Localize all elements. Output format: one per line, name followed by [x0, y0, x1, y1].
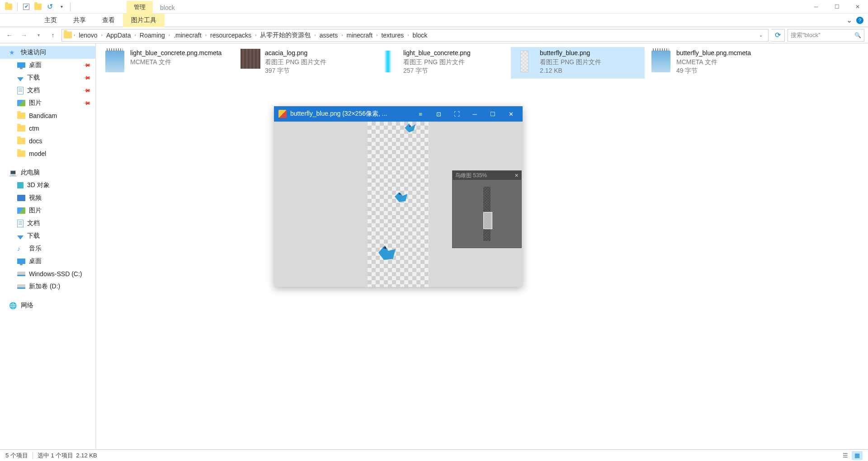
minimize-button[interactable]: ─ — [806, 0, 826, 14]
breadcrumb-item[interactable]: AppData — [104, 32, 133, 39]
folder-icon[interactable] — [33, 2, 43, 12]
chevron-right-icon[interactable]: › — [73, 33, 76, 38]
tiles-view-icon[interactable]: ▦ — [852, 451, 863, 460]
contextual-tab-area: 管理 block — [127, 0, 182, 14]
sidebar-item-drive-d[interactable]: 新加卷 (D:) — [0, 280, 95, 293]
sidebar-item-label: 网络 — [21, 301, 33, 310]
fullscreen-icon[interactable]: ⛶ — [449, 106, 464, 122]
close-icon[interactable]: ✕ — [514, 173, 519, 179]
sidebar-quick-access[interactable]: ★快速访问 — [0, 46, 95, 59]
chevron-right-icon[interactable]: › — [168, 33, 171, 38]
sidebar-item-pictures[interactable]: 图片 — [0, 204, 95, 217]
birdview-label: 鸟瞰图 535% — [455, 172, 487, 179]
chevron-right-icon[interactable]: › — [100, 33, 104, 38]
breadcrumb-item[interactable]: .minecraft — [171, 32, 204, 39]
sidebar-item-downloads[interactable]: 下载📌 — [0, 71, 95, 84]
breadcrumb[interactable]: › lenovo › AppData › Roaming › .minecraf… — [61, 29, 769, 42]
sidebar-item-documents[interactable]: 文档📌 — [0, 84, 95, 97]
chevron-right-icon[interactable]: › — [375, 33, 378, 38]
window-title: block — [153, 2, 182, 14]
divider — [17, 2, 18, 11]
chevron-right-icon[interactable]: › — [254, 33, 257, 38]
properties-checkbox-icon[interactable]: ✔ — [21, 2, 31, 12]
back-button[interactable]: ← — [4, 29, 15, 41]
sidebar-item-documents[interactable]: 文档 — [0, 217, 95, 230]
viewer-titlebar[interactable]: butterfly_blue.png (32×256像素, ... ≡ ⊡ ⛶ … — [274, 106, 523, 122]
breadcrumb-item[interactable]: minecraft — [344, 32, 376, 39]
undo-icon[interactable]: ↺ — [45, 2, 55, 12]
minimize-button[interactable]: ─ — [467, 106, 482, 122]
sidebar-network[interactable]: 🌐网络 — [0, 299, 95, 312]
ribbon-right: ⌄ ? — [846, 16, 863, 24]
viewer-canvas-area[interactable]: 鸟瞰图 535% ✕ — [274, 122, 523, 287]
breadcrumb-item[interactable]: Roaming — [137, 32, 168, 39]
breadcrumb-item[interactable]: 从零开始的资源包 — [257, 31, 313, 39]
sidebar-item-videos[interactable]: 视频 — [0, 192, 95, 204]
file-item[interactable]: light_blue_concrete.png.mcmeta MCMETA 文件 — [101, 47, 235, 79]
sidebar-item-label: 此电脑 — [21, 169, 40, 177]
file-item[interactable]: butterfly_blue.png 看图王 PNG 图片文件 2.12 KB — [511, 47, 645, 79]
birdview-title[interactable]: 鸟瞰图 535% ✕ — [453, 171, 521, 180]
file-item[interactable]: acacia_log.png 看图王 PNG 图片文件 397 字节 — [238, 47, 372, 79]
manage-tab[interactable]: 管理 — [127, 1, 153, 14]
chevron-right-icon[interactable]: › — [204, 33, 208, 38]
breadcrumb-item[interactable]: block — [410, 32, 430, 39]
birdview-panel[interactable]: 鸟瞰图 535% ✕ — [452, 170, 522, 248]
close-button[interactable]: ✕ — [504, 106, 518, 122]
chevron-right-icon[interactable]: › — [313, 33, 316, 38]
maximize-button[interactable]: ☐ — [826, 0, 847, 14]
search-icon[interactable]: 🔍 — [854, 32, 861, 38]
chevron-right-icon[interactable]: › — [406, 33, 410, 38]
window-titlebar: ✔ ↺ ▾ 管理 block ─ ☐ ✕ — [0, 0, 868, 14]
sidebar-item-label: model — [29, 150, 46, 157]
image-viewer-window[interactable]: butterfly_blue.png (32×256像素, ... ≡ ⊡ ⛶ … — [274, 106, 523, 287]
forward-button[interactable]: → — [18, 29, 30, 41]
sidebar-item-drive-c[interactable]: Windows-SSD (C:) — [0, 268, 95, 280]
sidebar-item-music[interactable]: ♪音乐 — [0, 242, 95, 255]
tab-picture-tools[interactable]: 图片工具 — [123, 14, 165, 27]
collapse-ribbon-icon[interactable]: ⌄ — [846, 16, 854, 24]
nav-sidebar: ★快速访问 桌面📌 下载📌 文档📌 图片📌 Bandicam ctm docs … — [0, 43, 96, 449]
sidebar-item-pictures[interactable]: 图片📌 — [0, 97, 95, 109]
file-type: MCMETA 文件 — [130, 58, 232, 67]
breadcrumb-item[interactable]: assets — [317, 32, 340, 39]
chevron-right-icon[interactable]: › — [340, 33, 344, 38]
sidebar-item-ctm[interactable]: ctm — [0, 122, 95, 135]
tab-view[interactable]: 查看 — [94, 14, 123, 27]
sidebar-item-model[interactable]: model — [0, 147, 95, 160]
divider — [33, 452, 33, 459]
refresh-button[interactable]: ⟳ — [771, 29, 785, 42]
file-item[interactable]: butterfly_blue.png.mcmeta MCMETA 文件 49 字… — [647, 47, 781, 79]
image-canvas[interactable] — [368, 122, 429, 287]
tab-share[interactable]: 共享 — [65, 14, 94, 27]
sidebar-item-desktop[interactable]: 桌面 — [0, 255, 95, 268]
sidebar-item-3dobjects[interactable]: 3D 对象 — [0, 179, 95, 192]
details-view-icon[interactable]: ☰ — [840, 451, 851, 460]
history-dropdown-icon[interactable]: ▾ — [33, 29, 44, 41]
sidebar-item-downloads[interactable]: 下载 — [0, 230, 95, 242]
file-item[interactable]: light_blue_concrete.png 看图王 PNG 图片文件 257… — [374, 47, 508, 79]
maximize-button[interactable]: ☐ — [486, 106, 500, 122]
breadcrumb-item[interactable]: lenovo — [76, 32, 100, 39]
address-dropdown-icon[interactable]: ⌄ — [755, 33, 766, 38]
tab-home[interactable]: 主页 — [36, 14, 65, 27]
search-input[interactable]: 搜索"block" 🔍 — [788, 29, 864, 42]
file-size: 2.12 KB — [540, 66, 642, 75]
sidebar-this-pc[interactable]: 💻此电脑 — [0, 166, 95, 179]
birdview-viewport-rect[interactable] — [483, 212, 492, 229]
sidebar-item-docs[interactable]: docs — [0, 135, 95, 147]
sidebar-item-bandicam[interactable]: Bandicam — [0, 109, 95, 122]
pin-window-icon[interactable]: ⊡ — [431, 106, 446, 122]
help-icon[interactable]: ? — [856, 17, 863, 24]
folder-icon[interactable] — [4, 2, 14, 12]
menu-icon[interactable]: ≡ — [413, 106, 428, 122]
up-button[interactable]: ↑ — [47, 29, 59, 41]
close-button[interactable]: ✕ — [847, 0, 868, 14]
sidebar-item-desktop[interactable]: 桌面📌 — [0, 59, 95, 71]
qat-dropdown-icon[interactable]: ▾ — [57, 2, 66, 12]
file-name: butterfly_blue.png — [540, 49, 642, 58]
birdview-content[interactable] — [453, 180, 521, 248]
breadcrumb-item[interactable]: textures — [378, 32, 406, 39]
chevron-right-icon[interactable]: › — [133, 33, 137, 38]
breadcrumb-item[interactable]: resourcepacks — [208, 32, 254, 39]
